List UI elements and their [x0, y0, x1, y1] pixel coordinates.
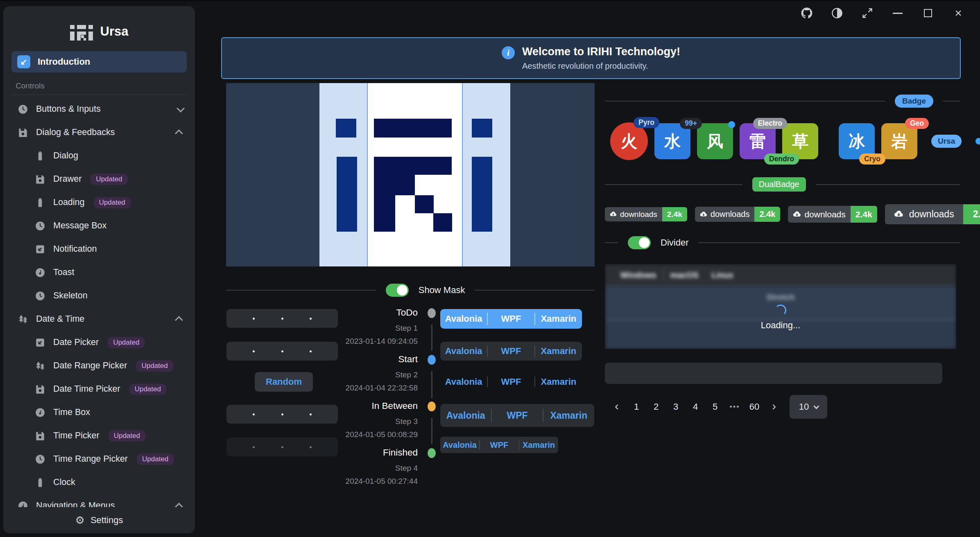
clock-icon	[17, 104, 29, 115]
tile-glyph: 雷	[749, 130, 766, 153]
show-mask-toggle[interactable]	[386, 284, 409, 297]
tab-macos[interactable]: macOS	[664, 271, 705, 280]
button-group-small: Avalonia WPF Xamarin	[440, 437, 558, 453]
download-icon	[610, 211, 617, 218]
updated-badge: Updated	[129, 384, 166, 395]
titlebar: ×	[801, 1, 980, 25]
random-button[interactable]: Random	[255, 372, 313, 392]
sidebar-item-buttons-inputs[interactable]: Buttons & Inputs	[3, 97, 195, 121]
sidebar-item-navigation-menus[interactable]: Navigation & Menus	[3, 494, 195, 507]
loading-overlay: Loading...	[605, 286, 956, 349]
sidebar-item-time-range-picker[interactable]: Time Range Picker Updated	[3, 447, 195, 471]
clock-icon	[34, 454, 46, 465]
next-page-button[interactable]: ›	[764, 396, 784, 417]
dot-badge	[975, 138, 980, 144]
download-icon	[894, 210, 903, 219]
clock-icon	[34, 290, 46, 302]
badge-tile-geo[interactable]: 岩 Geo	[881, 123, 917, 159]
timeline-dot	[428, 355, 436, 365]
sidebar-item-drawer[interactable]: Drawer Updated	[3, 167, 195, 191]
minimize-button[interactable]	[892, 7, 904, 19]
floppy-icon	[34, 430, 46, 442]
dualbadge-divider-label: DualBadge	[752, 177, 806, 192]
download-icon	[700, 211, 707, 218]
wpf-button[interactable]: WPF	[488, 377, 534, 387]
button-group-large: Avalonia WPF Xamarin	[440, 404, 594, 427]
settings-button[interactable]: ⚙ Settings	[3, 507, 195, 533]
badge-tile-dendro[interactable]: 草 Dendro	[782, 123, 818, 159]
timeline-time: 2023-01-14 09:24:05	[311, 337, 418, 346]
button-group-solid: Avalonia WPF Xamarin	[440, 309, 582, 329]
page-button-2[interactable]: 2	[646, 396, 666, 417]
avalonia-button[interactable]: Avalonia	[440, 410, 491, 421]
sidebar-item-clock[interactable]: Clock	[3, 471, 195, 494]
battery-icon	[34, 197, 46, 208]
dendro-badge: Dendro	[764, 153, 799, 165]
pagination: ‹ 1 2 3 4 5 ••• 60 › 10	[607, 395, 827, 419]
xamarin-button[interactable]: Xamarin	[535, 377, 582, 387]
sidebar-item-dialog[interactable]: Dialog	[3, 144, 195, 167]
badge-section-divider: Badge	[605, 95, 960, 108]
page-button-5[interactable]: 5	[705, 396, 725, 417]
loading-demo-panel: Windows macOS Linux Stretch Loading...	[605, 264, 956, 349]
xamarin-button[interactable]: Xamarin	[535, 346, 582, 356]
theme-toggle-icon[interactable]	[831, 7, 843, 19]
sidebar-item-date-time-picker[interactable]: Date Time Picker Updated	[3, 377, 195, 401]
badge-tile-cryo[interactable]: 冰 Cryo	[839, 123, 875, 159]
close-button[interactable]: ×	[952, 7, 964, 19]
wpf-button[interactable]: WPF	[492, 410, 543, 421]
loading-panel-tabs: Windows macOS Linux	[605, 264, 956, 286]
fullscreen-icon[interactable]	[861, 7, 874, 19]
electro-badge: Electro	[753, 118, 787, 129]
xamarin-button[interactable]: Xamarin	[535, 314, 582, 324]
badge-tiles-row: 火 Pyro 水 99+ 风 雷 Electro 草 Dendro 冰 Cryo	[610, 122, 980, 160]
divider-toggle[interactable]	[628, 236, 651, 249]
page-button-4[interactable]: 4	[686, 396, 705, 417]
page-button-1[interactable]: 1	[627, 396, 646, 417]
sidebar-item-time-picker[interactable]: Time Picker Updated	[3, 424, 195, 447]
wpf-button[interactable]: WPF	[488, 314, 534, 324]
tab-windows[interactable]: Windows	[614, 271, 663, 280]
avalonia-button[interactable]: Avalonia	[440, 440, 479, 450]
xamarin-button[interactable]: Xamarin	[543, 410, 594, 421]
page-button-3[interactable]: 3	[666, 396, 686, 417]
avalonia-button[interactable]: Avalonia	[440, 377, 487, 387]
app-title: Ursa	[100, 24, 129, 39]
tile-glyph: 岩	[891, 130, 908, 153]
sidebar-item-date-picker[interactable]: Date Picker Updated	[3, 331, 195, 354]
sidebar-item-introduction[interactable]: ↙ Introduction	[11, 51, 187, 72]
badge-tile-hydro[interactable]: 水 99+	[654, 123, 690, 159]
tile-glyph: 火	[621, 130, 637, 153]
sidebar-nav-list: Buttons & Inputs Dialog & Feedbacks Dial…	[3, 97, 195, 507]
maximize-button[interactable]	[922, 7, 934, 19]
sidebar-item-message-box[interactable]: Message Box	[3, 214, 195, 237]
badge-tile-pyro[interactable]: 火 Pyro	[610, 122, 648, 160]
sidebar-item-date-time[interactable]: Date & Time	[3, 307, 195, 331]
chevron-up-icon	[175, 129, 183, 138]
github-icon[interactable]	[801, 7, 813, 19]
wpf-button[interactable]: WPF	[480, 440, 519, 450]
xamarin-button[interactable]: Xamarin	[519, 440, 558, 450]
sidebar-item-dialog-feedbacks[interactable]: Dialog & Feedbacks	[3, 121, 195, 144]
avalonia-button[interactable]: Avalonia	[440, 346, 487, 356]
badge-tile-anemo[interactable]: 风	[697, 123, 733, 159]
tab-linux[interactable]: Linux	[705, 271, 740, 280]
sidebar-item-skeleton[interactable]: Skeleton	[3, 284, 195, 307]
page-size-dropdown[interactable]: 10	[790, 395, 827, 419]
sidebar-item-toast[interactable]: Toast	[3, 261, 195, 284]
page-button-60[interactable]: 60	[745, 396, 764, 417]
prev-page-button[interactable]: ‹	[607, 396, 627, 417]
geo-badge: Geo	[905, 118, 929, 129]
sidebar-item-loading[interactable]: Loading Updated	[3, 191, 195, 214]
tile-glyph: 风	[707, 130, 723, 153]
sidebar-item-time-box[interactable]: Time Box	[3, 401, 195, 424]
button-group-dark: Avalonia WPF Xamarin	[440, 342, 582, 361]
text-input[interactable]	[605, 363, 942, 384]
divider-demo-row: Divider	[605, 236, 960, 249]
sidebar-item-notification[interactable]: Notification	[3, 237, 195, 261]
timeline-step: Step 4	[311, 464, 418, 473]
avalonia-button[interactable]: Avalonia	[440, 314, 487, 324]
dot-badge	[728, 121, 735, 128]
sidebar-item-date-range-picker[interactable]: Date Range Picker Updated	[3, 354, 195, 377]
wpf-button[interactable]: WPF	[488, 346, 534, 356]
